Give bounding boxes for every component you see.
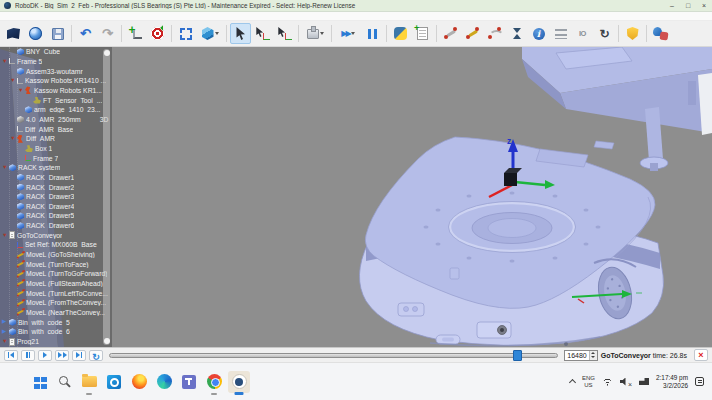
replay-button[interactable]	[89, 350, 103, 361]
frame-spinbox[interactable]: 16480	[564, 350, 597, 361]
tree-item[interactable]: MoveL (GoToShelving)	[0, 250, 112, 260]
taskbar-edge[interactable]	[153, 371, 175, 393]
close-button[interactable]: ×	[696, 0, 712, 12]
move-reference-button[interactable]	[252, 23, 273, 44]
skip-to-end-button[interactable]	[72, 350, 86, 361]
new-station-button[interactable]	[3, 23, 24, 44]
taskbar-file-explorer[interactable]	[78, 371, 100, 393]
tree-item[interactable]: ▶ Bin_with_code_6	[0, 327, 112, 337]
tree-item[interactable]: Set Ref: MX060B_Base	[0, 240, 112, 250]
tray-device-icon[interactable]	[639, 378, 649, 385]
taskbar-robodk-active[interactable]	[228, 371, 250, 393]
tree-item[interactable]: RACK_Drawer1	[0, 173, 112, 183]
redo-button[interactable]	[97, 23, 118, 44]
tree-item[interactable]: ▼ Kassow Robots KR1...	[0, 86, 112, 96]
language-indicator[interactable]: ENG US	[582, 375, 595, 389]
tree-item[interactable]: Assem33-woutamr	[0, 66, 112, 76]
tree-item[interactable]: FT_Sensor_Tool_...	[0, 95, 112, 105]
collision-settings-button[interactable]	[650, 23, 671, 44]
movel-instruction-button[interactable]	[462, 23, 483, 44]
tree-item[interactable]: RACK_Drawer5	[0, 211, 112, 221]
tree-expander[interactable]: ▼	[18, 88, 25, 94]
minimize-button[interactable]: –	[664, 0, 680, 12]
tree-expander[interactable]: ▼	[10, 136, 17, 142]
undo-button[interactable]	[75, 23, 96, 44]
tree-item[interactable]: ▼ Kassow Robots KR1410 ...	[0, 76, 112, 86]
move-tool-button[interactable]	[274, 23, 295, 44]
tray-chevron-up-icon[interactable]	[569, 379, 576, 386]
tree-item[interactable]: ▼ Prog21	[0, 337, 112, 347]
frame-value[interactable]: 16480	[565, 351, 588, 360]
update-program-button[interactable]	[594, 23, 615, 44]
add-python-program-button[interactable]	[390, 23, 411, 44]
tree-item[interactable]: ▶ Bin_with_code_5	[0, 317, 112, 327]
tree-scrollbar[interactable]	[103, 49, 110, 345]
tree-item[interactable]: ▼ GoToConveyor	[0, 230, 112, 240]
tree-item[interactable]: ▼ Frame 5	[0, 57, 112, 67]
taskbar-outlook[interactable]	[103, 371, 125, 393]
movej-instruction-button[interactable]	[440, 23, 461, 44]
fast-forward-button[interactable]	[55, 350, 69, 361]
add-reference-frame-button[interactable]	[125, 23, 146, 44]
tree-item[interactable]: RACK_Drawer2	[0, 182, 112, 192]
tree-item[interactable]: RACK_Drawer3	[0, 192, 112, 202]
tree-item[interactable]: BNY_Cube	[0, 47, 112, 57]
tree-expander[interactable]: ▼	[10, 78, 17, 84]
pause-instruction-button[interactable]	[506, 23, 527, 44]
wifi-icon[interactable]	[602, 377, 613, 386]
tree-item[interactable]: arm_edge_1410_23...	[0, 105, 112, 115]
tree-expander[interactable]: ▼	[2, 59, 9, 65]
tree-item[interactable]: Box 1	[0, 144, 112, 154]
tree-item[interactable]: ▼ RACK system	[0, 163, 112, 173]
pause-simulation-button[interactable]	[362, 23, 383, 44]
taskbar-firefox[interactable]	[128, 371, 150, 393]
stop-simulation-button[interactable]	[694, 349, 708, 361]
taskbar-search-button[interactable]	[53, 371, 75, 393]
tool-options-button[interactable]	[302, 23, 328, 44]
timeline-slider-handle[interactable]	[513, 350, 522, 361]
skip-to-start-button[interactable]	[4, 350, 18, 361]
fast-simulation-button[interactable]	[335, 23, 361, 44]
tree-expander[interactable]: ▶	[2, 319, 9, 325]
spin-down-button[interactable]	[590, 355, 597, 360]
program-call-button[interactable]	[550, 23, 571, 44]
save-station-button[interactable]	[47, 23, 68, 44]
tree-expander[interactable]: ▼	[2, 339, 9, 345]
tree-expander[interactable]: ▼	[2, 165, 9, 171]
taskbar-teams[interactable]	[178, 371, 200, 393]
play-button[interactable]	[38, 350, 52, 361]
tree-item[interactable]: MoveL (TurnToFace)	[0, 259, 112, 269]
tree-item[interactable]: RACK_Drawer4	[0, 202, 112, 212]
clock[interactable]: 2:17:49 pm 3/2/2026	[656, 374, 688, 389]
tree-item[interactable]: MoveL (TurnLeftToConve...	[0, 288, 112, 298]
show-message-button[interactable]	[528, 23, 549, 44]
open-library-button[interactable]	[25, 23, 46, 44]
isometric-view-button[interactable]	[197, 23, 223, 44]
volume-muted-icon[interactable]	[620, 373, 632, 391]
notification-center-icon[interactable]	[695, 377, 704, 386]
io-instruction-button[interactable]: IO	[572, 23, 593, 44]
taskbar-start-button[interactable]	[28, 371, 50, 393]
tree-item[interactable]: ▼ Diff_AMR	[0, 134, 112, 144]
tree-item[interactable]: Frame 7	[0, 153, 112, 163]
timeline-slider[interactable]	[109, 353, 558, 358]
taskbar-chrome[interactable]	[203, 371, 225, 393]
tree-item[interactable]: MoveL (NearTheConvey...	[0, 308, 112, 318]
tree-item[interactable]: MoveL (FullSteamAhead)	[0, 279, 112, 289]
tree-item[interactable]: RACK_Drawer6	[0, 221, 112, 231]
maximize-button[interactable]: □	[680, 0, 696, 12]
pause-button[interactable]	[21, 350, 35, 361]
movec-instruction-button[interactable]	[484, 23, 505, 44]
tree-item[interactable]: MoveL (FromTheConvey...	[0, 298, 112, 308]
add-program-button[interactable]	[412, 23, 433, 44]
tree-item[interactable]: MoveL (TurnToGoForward)	[0, 269, 112, 279]
select-cursor-button[interactable]	[230, 23, 251, 44]
tree-expander[interactable]: ▶	[2, 329, 9, 335]
fit-all-button[interactable]	[175, 23, 196, 44]
tree-item[interactable]: 4.0_AMR_250mm_____3D_2...	[0, 115, 112, 125]
tree-expander[interactable]: ▼	[2, 233, 9, 239]
tree-item[interactable]: Diff_AMR_Base	[0, 124, 112, 134]
add-target-button[interactable]	[147, 23, 168, 44]
check-collisions-button[interactable]	[622, 23, 643, 44]
viewport-3d[interactable]: z BNY_Cube ▼ Frame 5 Ass	[0, 47, 712, 347]
